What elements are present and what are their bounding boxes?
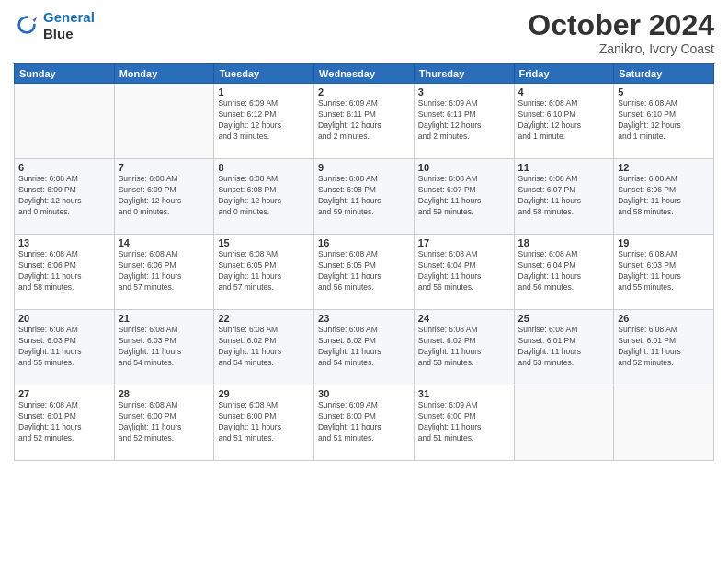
day-info: Sunrise: 6:08 AM Sunset: 6:01 PM Dayligh… [618,325,710,369]
day-info: Sunrise: 6:09 AM Sunset: 6:12 PM Dayligh… [218,98,310,143]
day-info: Sunrise: 6:08 AM Sunset: 6:03 PM Dayligh… [119,325,210,369]
calendar-cell [514,385,614,461]
calendar-week-row: 1Sunrise: 6:09 AM Sunset: 6:12 PM Daylig… [15,84,714,159]
calendar-cell: 25Sunrise: 6:08 AM Sunset: 6:01 PM Dayli… [514,310,614,385]
calendar-cell: 19Sunrise: 6:08 AM Sunset: 6:03 PM Dayli… [614,235,714,310]
day-header: Monday [114,64,214,84]
calendar-cell: 2Sunrise: 6:09 AM Sunset: 6:11 PM Daylig… [314,84,415,159]
calendar-cell: 30Sunrise: 6:09 AM Sunset: 6:00 PM Dayli… [314,385,415,461]
day-info: Sunrise: 6:08 AM Sunset: 6:05 PM Dayligh… [218,249,310,293]
day-number: 7 [119,162,210,173]
calendar-cell: 26Sunrise: 6:08 AM Sunset: 6:01 PM Dayli… [614,310,714,385]
calendar-cell: 13Sunrise: 6:08 AM Sunset: 6:06 PM Dayli… [15,235,115,310]
calendar-cell: 9Sunrise: 6:08 AM Sunset: 6:08 PM Daylig… [314,159,415,235]
day-number: 4 [518,86,610,98]
day-info: Sunrise: 6:08 AM Sunset: 6:06 PM Dayligh… [618,174,710,218]
day-number: 15 [218,237,310,248]
day-info: Sunrise: 6:08 AM Sunset: 6:08 PM Dayligh… [218,174,310,218]
calendar-cell: 5Sunrise: 6:08 AM Sunset: 6:10 PM Daylig… [614,84,714,159]
day-number: 11 [518,162,610,173]
day-number: 9 [318,162,410,173]
day-info: Sunrise: 6:08 AM Sunset: 6:04 PM Dayligh… [418,249,510,293]
calendar-header-row: SundayMondayTuesdayWednesdayThursdayFrid… [15,64,714,84]
calendar-cell [114,84,214,159]
day-header: Tuesday [214,64,314,84]
day-info: Sunrise: 6:08 AM Sunset: 6:06 PM Dayligh… [18,249,110,293]
day-number: 25 [518,313,610,324]
calendar-cell: 18Sunrise: 6:08 AM Sunset: 6:04 PM Dayli… [514,235,614,310]
day-info: Sunrise: 6:08 AM Sunset: 6:02 PM Dayligh… [218,325,310,369]
day-info: Sunrise: 6:09 AM Sunset: 6:00 PM Dayligh… [318,400,410,444]
calendar-week-row: 13Sunrise: 6:08 AM Sunset: 6:06 PM Dayli… [15,235,714,310]
day-number: 27 [18,388,110,399]
calendar-cell: 4Sunrise: 6:08 AM Sunset: 6:10 PM Daylig… [514,84,614,159]
day-header: Friday [514,64,614,84]
day-number: 26 [618,313,710,324]
day-info: Sunrise: 6:08 AM Sunset: 6:00 PM Dayligh… [218,400,310,444]
calendar-body: 1Sunrise: 6:09 AM Sunset: 6:12 PM Daylig… [15,84,714,461]
day-info: Sunrise: 6:08 AM Sunset: 6:06 PM Dayligh… [119,249,210,293]
day-info: Sunrise: 6:08 AM Sunset: 6:04 PM Dayligh… [518,249,610,293]
day-info: Sunrise: 6:08 AM Sunset: 6:10 PM Dayligh… [518,98,610,143]
day-info: Sunrise: 6:08 AM Sunset: 6:07 PM Dayligh… [418,174,510,218]
calendar-cell: 31Sunrise: 6:09 AM Sunset: 6:00 PM Dayli… [414,385,514,461]
page: General Blue October 2024 Zanikro, Ivory… [0,0,728,563]
day-number: 23 [318,313,410,324]
day-number: 13 [18,237,110,248]
day-info: Sunrise: 6:08 AM Sunset: 6:09 PM Dayligh… [119,174,210,218]
calendar-cell: 15Sunrise: 6:08 AM Sunset: 6:05 PM Dayli… [214,235,314,310]
day-header: Thursday [414,64,514,84]
day-number: 29 [218,388,310,399]
calendar-cell: 21Sunrise: 6:08 AM Sunset: 6:03 PM Dayli… [114,310,214,385]
day-info: Sunrise: 6:08 AM Sunset: 6:10 PM Dayligh… [618,98,710,143]
day-number: 28 [119,388,210,399]
calendar-cell: 1Sunrise: 6:09 AM Sunset: 6:12 PM Daylig… [214,84,314,159]
day-header: Sunday [15,64,115,84]
logo-text: General Blue [43,9,95,42]
day-info: Sunrise: 6:08 AM Sunset: 6:03 PM Dayligh… [618,249,710,293]
calendar-cell: 8Sunrise: 6:08 AM Sunset: 6:08 PM Daylig… [214,159,314,235]
day-number: 30 [318,388,410,399]
calendar-cell: 12Sunrise: 6:08 AM Sunset: 6:06 PM Dayli… [614,159,714,235]
day-number: 5 [618,86,710,98]
calendar-cell: 29Sunrise: 6:08 AM Sunset: 6:00 PM Dayli… [214,385,314,461]
calendar-cell [614,385,714,461]
day-number: 10 [418,162,510,173]
day-number: 1 [218,86,310,98]
day-header: Wednesday [314,64,415,84]
day-info: Sunrise: 6:08 AM Sunset: 6:08 PM Dayligh… [318,174,410,218]
day-number: 16 [318,237,410,248]
day-number: 14 [119,237,210,248]
day-info: Sunrise: 6:09 AM Sunset: 6:11 PM Dayligh… [318,98,410,143]
calendar-cell: 22Sunrise: 6:08 AM Sunset: 6:02 PM Dayli… [214,310,314,385]
day-info: Sunrise: 6:08 AM Sunset: 6:02 PM Dayligh… [418,325,510,369]
calendar-cell: 3Sunrise: 6:09 AM Sunset: 6:11 PM Daylig… [414,84,514,159]
calendar-cell: 28Sunrise: 6:08 AM Sunset: 6:00 PM Dayli… [114,385,214,461]
title-block: October 2024 Zanikro, Ivory Coast [528,9,714,56]
calendar-cell: 20Sunrise: 6:08 AM Sunset: 6:03 PM Dayli… [15,310,115,385]
day-info: Sunrise: 6:09 AM Sunset: 6:11 PM Dayligh… [418,98,510,143]
day-number: 12 [618,162,710,173]
day-info: Sunrise: 6:08 AM Sunset: 6:02 PM Dayligh… [318,325,410,369]
day-info: Sunrise: 6:08 AM Sunset: 6:01 PM Dayligh… [518,325,610,369]
calendar-cell: 7Sunrise: 6:08 AM Sunset: 6:09 PM Daylig… [114,159,214,235]
day-info: Sunrise: 6:08 AM Sunset: 6:03 PM Dayligh… [18,325,110,369]
calendar-cell: 11Sunrise: 6:08 AM Sunset: 6:07 PM Dayli… [514,159,614,235]
day-number: 20 [18,313,110,324]
calendar-cell: 16Sunrise: 6:08 AM Sunset: 6:05 PM Dayli… [314,235,415,310]
calendar-cell: 10Sunrise: 6:08 AM Sunset: 6:07 PM Dayli… [414,159,514,235]
logo: General Blue [14,9,95,42]
day-number: 3 [418,86,510,98]
day-number: 6 [18,162,110,173]
day-info: Sunrise: 6:08 AM Sunset: 6:07 PM Dayligh… [518,174,610,218]
header: General Blue October 2024 Zanikro, Ivory… [14,9,714,56]
calendar-week-row: 27Sunrise: 6:08 AM Sunset: 6:01 PM Dayli… [15,385,714,461]
day-number: 18 [518,237,610,248]
day-header: Saturday [614,64,714,84]
calendar-week-row: 6Sunrise: 6:08 AM Sunset: 6:09 PM Daylig… [15,159,714,235]
day-number: 19 [618,237,710,248]
day-number: 17 [418,237,510,248]
calendar-week-row: 20Sunrise: 6:08 AM Sunset: 6:03 PM Dayli… [15,310,714,385]
calendar-cell: 14Sunrise: 6:08 AM Sunset: 6:06 PM Dayli… [114,235,214,310]
calendar-cell [15,84,115,159]
